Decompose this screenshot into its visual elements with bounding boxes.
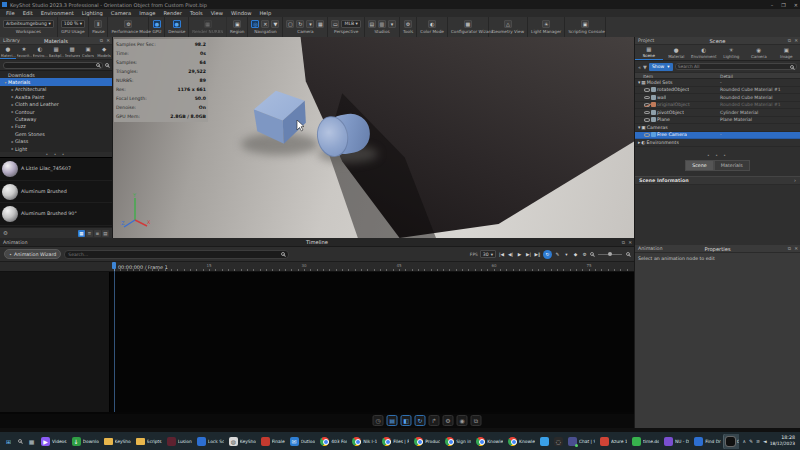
- timeline-body[interactable]: [0, 272, 634, 412]
- show-dropdown[interactable]: Show ▾: [649, 63, 673, 71]
- loop-button[interactable]: ↻: [543, 250, 552, 259]
- camera-button-1[interactable]: ↻: [296, 20, 304, 28]
- configurator-wizard-button-0[interactable]: ▩: [464, 20, 472, 28]
- studios-button-0[interactable]: ▤: [368, 20, 376, 28]
- menu-camera[interactable]: Camera: [107, 10, 135, 16]
- navigation-button-0[interactable]: ◎: [251, 20, 259, 28]
- taskbar-lusion[interactable]: Lusion: [165, 434, 194, 449]
- taskbar-chrome-nik[interactable]: Nik I-1: [350, 434, 379, 449]
- timeline-search-input[interactable]: Search...: [64, 250, 289, 259]
- view-mode-0-button[interactable]: ▦: [78, 230, 85, 237]
- add-keyframe-button[interactable]: ◆: [572, 250, 579, 258]
- menu-environment[interactable]: Environment: [37, 10, 78, 16]
- project-splitter[interactable]: • • •: [635, 153, 800, 158]
- tree-item-architectural[interactable]: ▸Architectural: [0, 86, 112, 93]
- subtab-materials[interactable]: Materials: [714, 160, 750, 171]
- view-mode-3-button[interactable]: ▤: [102, 230, 109, 237]
- project-tab-scene[interactable]: ▦Scene: [635, 45, 663, 60]
- taskbar-chrome-knowledge-1[interactable]: Knowle: [474, 434, 505, 449]
- taskbar-scripts-folder[interactable]: Scripts: [134, 434, 164, 449]
- fps-dropdown[interactable]: 30▾: [480, 250, 496, 258]
- tree-item-clothandleather[interactable]: ▸Cloth and Leather: [0, 101, 112, 108]
- tray-network-icon[interactable]: ≋: [756, 439, 760, 444]
- project-close-icon[interactable]: ✕: [794, 38, 798, 43]
- view-mode-1-button[interactable]: ≡: [86, 230, 93, 237]
- maximize-button[interactable]: ❐: [781, 2, 785, 8]
- scene-row-environments[interactable]: ▸ ◐ Environments: [635, 139, 800, 147]
- realtime-viewport[interactable]: Samples Per Sec:98.2Time:0sSamples:64Tri…: [113, 37, 634, 238]
- material-item[interactable]: Aluminum Brushed: [0, 181, 112, 204]
- settings-icon[interactable]: ⚙: [443, 415, 454, 426]
- library-tab-materi[interactable]: ●Materi...: [0, 45, 16, 59]
- taskbar-app-blue[interactable]: [538, 434, 551, 449]
- performance-icon[interactable]: ◷: [373, 415, 384, 426]
- project-tab-lighting[interactable]: ☀Lighting: [718, 45, 746, 60]
- menu-window[interactable]: Window: [227, 10, 255, 16]
- tree-item-materials[interactable]: ▾Materials: [0, 78, 112, 85]
- scene-row-originalobject[interactable]: originalObjectRounded Cube Material #1: [635, 102, 800, 110]
- scene-row-rotatedobject[interactable]: rotatedObjectRounded Cube Material #1: [635, 87, 800, 95]
- project-tab-environment[interactable]: ◐Environment: [690, 45, 718, 60]
- scripting-console-button-0[interactable]: ▣: [581, 20, 589, 28]
- filter-icon[interactable]: ▼: [643, 64, 647, 70]
- tree-item-downloads[interactable]: Downloads: [0, 71, 112, 78]
- visibility-eye-icon[interactable]: [644, 118, 650, 122]
- region-button-0[interactable]: ▣: [233, 20, 241, 28]
- play-button[interactable]: ▶: [516, 250, 523, 258]
- taskbar-chrome-403[interactable]: 403 For: [318, 434, 349, 449]
- view-mode-2-button[interactable]: ≣: [94, 230, 101, 237]
- search-folder-icon[interactable]: [105, 63, 109, 67]
- taskbar-downloads[interactable]: ↓Downlo: [70, 434, 101, 449]
- menu-view[interactable]: View: [207, 10, 227, 16]
- light-manager-button-0[interactable]: ☀: [542, 20, 550, 28]
- tree-item-axaltapaint[interactable]: ▸Axalta Paint: [0, 93, 112, 100]
- tray-pen-icon[interactable]: ✎: [749, 439, 753, 444]
- library-tab-models[interactable]: ◆Models: [96, 45, 112, 59]
- taskbar-time-doctor[interactable]: time.do: [630, 434, 661, 449]
- tree-item-light[interactable]: ▸Light: [0, 145, 112, 152]
- playhead[interactable]: [112, 262, 116, 269]
- denoise-button-0[interactable]: ●: [173, 20, 181, 28]
- zoom-slider-knob[interactable]: [608, 252, 612, 256]
- taskbar-clock[interactable]: 18:28 18/12/2023: [770, 435, 795, 446]
- zoom-in-icon[interactable]: [626, 252, 630, 256]
- performance-mode-button-0[interactable]: ⚙: [124, 20, 132, 28]
- visibility-eye-icon[interactable]: [644, 103, 650, 107]
- menu-image[interactable]: Image: [135, 10, 159, 16]
- taskbar-chat[interactable]: Chat | S: [566, 434, 597, 449]
- library-close-icon[interactable]: ✕: [106, 38, 110, 43]
- menu-tools[interactable]: Tools: [186, 10, 207, 16]
- taskbar-chrome-signin[interactable]: Sign in: [443, 434, 473, 449]
- color-mode-button-0[interactable]: ◐: [428, 20, 436, 28]
- studios-button-2[interactable]: ▾: [388, 20, 396, 28]
- taskbar-azure[interactable]: Azure 1: [598, 434, 629, 449]
- scene-row-modelsets[interactable]: ▾ ▦ Model Sets-: [635, 79, 800, 87]
- studios-button-1[interactable]: ▥: [378, 20, 386, 28]
- animation-icon[interactable]: ↻: [415, 415, 426, 426]
- visibility-eye-icon[interactable]: [644, 88, 650, 92]
- taskbar-keyshot-app[interactable]: ◍KeySho: [227, 434, 258, 449]
- pivot-cylinder-object[interactable]: [313, 107, 375, 164]
- camera-button-0[interactable]: ▢: [286, 20, 294, 28]
- taskbar-obs[interactable]: OBS 30: [724, 434, 739, 449]
- taskbar-start[interactable]: ⊞: [2, 434, 15, 449]
- menu-render[interactable]: Render: [159, 10, 185, 16]
- properties-float-icon[interactable]: ⧉: [788, 246, 791, 251]
- library-tab-backpl[interactable]: ▦Backpl...: [48, 45, 64, 59]
- taskbar-keyshot-folder[interactable]: KeySho: [102, 434, 133, 449]
- gpu-usage-select[interactable]: 100 % ▾: [61, 20, 85, 28]
- close-button[interactable]: ✕: [794, 2, 798, 8]
- step-back-button[interactable]: ◀|: [507, 250, 514, 258]
- project-tab-material[interactable]: ●Material: [663, 45, 691, 60]
- keyframe-pen-button[interactable]: ✎: [554, 250, 561, 258]
- chevron-down-icon[interactable]: ▾: [563, 250, 570, 258]
- rotated-cube-object[interactable]: [248, 84, 314, 148]
- menu-edit[interactable]: Edit: [19, 10, 37, 16]
- library-settings-icon[interactable]: ⚙: [3, 230, 8, 236]
- camera-button-2[interactable]: ▾: [306, 20, 314, 28]
- scene-information-row[interactable]: Scene Information ›: [635, 176, 800, 185]
- library-tab-textures[interactable]: ▩Textures: [64, 45, 80, 59]
- scene-row-pivotobject[interactable]: pivotObjectCylinder Material: [635, 109, 800, 117]
- jump-start-button[interactable]: |◀: [498, 250, 505, 258]
- taskbar-find-dr[interactable]: Find Dr: [692, 434, 723, 449]
